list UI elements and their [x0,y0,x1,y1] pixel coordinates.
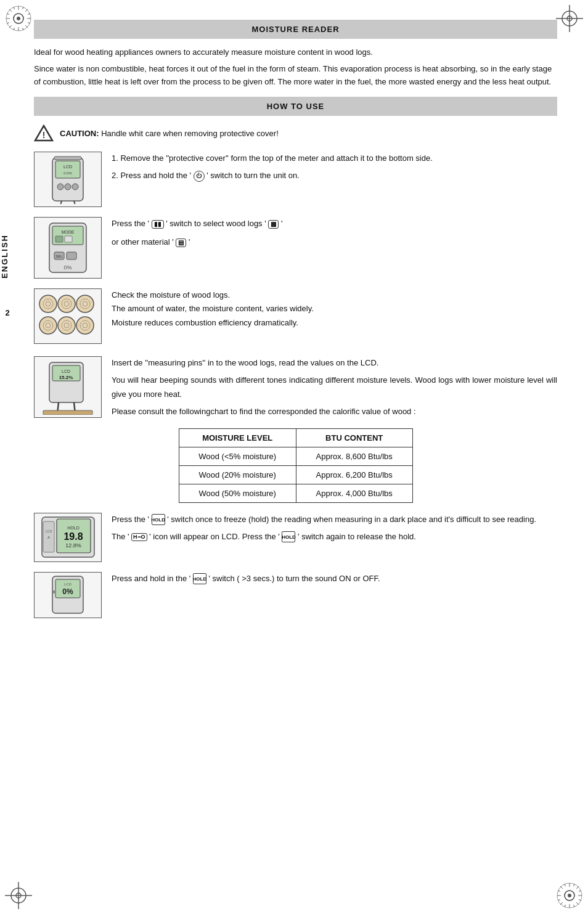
wood-icon: ▩ [268,220,279,229]
step1-row: LCD 0.0% 1. Remove the ''protective cove… [34,152,557,207]
svg-line-35 [560,902,563,905]
svg-point-70 [58,295,75,312]
h-o-icon: H‒O [131,533,147,541]
svg-point-54 [72,184,78,190]
corner-tl [5,5,32,32]
power-icon: ⏻ [194,171,205,182]
svg-text:LCD: LCD [62,369,70,373]
svg-text:19.8: 19.8 [63,531,83,542]
table-row: Wood (50% moisture)Approx. 4,000 Btu/lbs [179,484,412,502]
svg-point-52 [57,184,63,190]
step3-row: Check the moisture of wood logs. The amo… [34,288,557,344]
svg-text:LCD: LCD [64,582,72,586]
svg-rect-104 [53,590,55,594]
moisture-table: MOISTURE LEVEL BTU CONTENT Wood (<5% moi… [179,428,413,503]
step6-text: Press and hold in the ' HOLD ' switch ( … [112,572,557,586]
step4-line2: You will hear beeping sounds with differ… [112,373,557,401]
svg-text:15.2%: 15.2% [59,375,73,380]
svg-line-7 [25,9,28,12]
table-cell-btu-1: Approx. 6,200 Btu/lbs [296,465,412,484]
intro-line2: Since water is non combustible, heat for… [34,63,557,89]
table-cell-btu-0: Approx. 8,600 Btu/lbs [296,447,412,465]
step3-line1: Check the moisture of wood logs. [112,288,557,302]
page-number: 2 [0,308,15,317]
svg-text:A: A [47,536,50,539]
corner-bl [5,882,32,909]
svg-point-67 [39,295,57,312]
svg-rect-57 [54,157,81,160]
svg-rect-91 [43,410,92,415]
intro-line1: Ideal for wood heating appliances owners… [34,46,557,59]
svg-point-18 [17,17,20,20]
step1-instruction1: 1. Remove the ''protective cover'' form … [112,152,557,165]
step2-text: Press the ' ▮▮ ' switch to select wood l… [112,217,557,249]
step5-line2: The ' H‒O ' icon will appear on LCD. Pre… [112,530,557,544]
svg-text:0.0%: 0.0% [63,171,72,175]
step4-image: LCD 15.2% [34,356,102,418]
table-row: Wood (<5% moisture)Approx. 8,600 Btu/lbs [179,447,412,465]
svg-line-33 [576,902,579,905]
table-cell-level-1: Wood (20% moisture) [179,465,296,484]
svg-text:!: ! [43,130,46,140]
caution-description: Handle whit care when removing protectiv… [101,129,279,138]
table-col2-header: BTU CONTENT [296,428,412,447]
svg-line-34 [576,886,579,889]
hold-icon-1: HOLD [152,514,165,525]
step1-text: 1. Remove the ''protective cover'' form … [112,152,557,182]
svg-text:LCD: LCD [46,529,52,533]
table-cell-level-0: Wood (<5% moisture) [179,447,296,465]
hold-icon-2: HOLD [282,531,295,542]
svg-text:LCD: LCD [63,165,72,169]
step2-line2: or other material ' ▤ ' [112,235,557,249]
caution-text: CAUTION: Handle whit care when removing … [60,129,279,138]
svg-line-6 [25,25,28,28]
corner-tr [556,5,583,32]
section-header-moisture-reader: MOISTURE READER [34,20,557,39]
step5-image: LCD A HOLD 19.8 12.8% [34,513,102,562]
step3-line2: The amount of water, the moisture conten… [112,302,557,316]
step4-row: LCD 15.2% Insert de ''measuring pins'' i… [34,356,557,418]
svg-line-8 [9,25,12,28]
main-content: MOISTURE READER Ideal for wood heating a… [34,20,557,618]
step5-text: Press the ' HOLD ' switch once to freeze… [112,513,557,544]
svg-rect-62 [65,236,72,242]
svg-point-53 [65,184,71,190]
caution-icon: ! [34,124,54,142]
table-cell-btu-2: Approx. 4,000 Btu/lbs [296,484,412,502]
step4-line3: Please consult the followingchart to fin… [112,405,557,418]
caution-label: CAUTION: [60,129,99,138]
step5-line1: Press the ' HOLD ' switch once to freeze… [112,513,557,526]
step4-text: Insert de ''measuring pins'' in to the w… [112,356,557,418]
svg-point-79 [58,317,75,334]
step6-row: LCD 0% Press and hold in the ' HOLD ' sw… [34,572,557,618]
step3-text: Check the moisture of wood logs. The amo… [112,288,557,329]
svg-rect-61 [55,236,63,242]
svg-point-73 [76,295,94,312]
step5-row: LCD A HOLD 19.8 12.8% Press the ' HOLD '… [34,513,557,562]
svg-point-82 [76,317,94,334]
svg-line-5 [9,9,12,12]
step2-row: MODE SEL 0% Press the ' ▮▮ ' switch to s… [34,217,557,279]
step2-image: MODE SEL 0% [34,217,102,279]
select-switch-icon: ▮▮ [152,220,164,229]
table-row: Wood (20% moisture)Approx. 6,200 Btu/lbs [179,465,412,484]
svg-text:12.8%: 12.8% [65,542,81,549]
step3-image [34,288,102,344]
step3-line3: Moisture reduces combustion efficiency d… [112,316,557,330]
caution-row: ! CAUTION: Handle whit care when removin… [34,124,557,142]
corner-br [556,882,583,909]
step6-image: LCD 0% [34,572,102,618]
svg-line-32 [560,886,563,889]
svg-text:0%: 0% [63,264,71,271]
material-icon: ▤ [176,239,186,247]
intro-text: Ideal for wood heating appliances owners… [34,46,557,88]
step1-image: LCD 0.0% [34,152,102,207]
table-cell-level-2: Wood (50% moisture) [179,484,296,502]
section-header-how-to-use: HOW TO USE [34,97,557,116]
svg-text:MODE: MODE [62,230,75,234]
side-language-label: ENGLISH [0,234,15,279]
svg-text:0%: 0% [62,587,73,596]
step1-instruction2: 2. Press and hold the ' ⏻ ' switch to tu… [112,169,557,182]
hold-icon-3: HOLD [193,573,206,584]
svg-text:SEL: SEL [55,255,63,258]
